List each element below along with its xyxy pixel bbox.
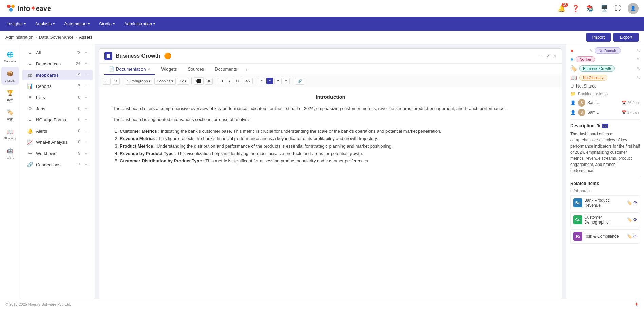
sidebar-item-tiers[interactable]: 🏆 Tiers	[1, 86, 19, 104]
customer-tag-icon[interactable]: 🏷️	[627, 217, 632, 222]
tab-widgets[interactable]: Widgets	[156, 64, 182, 75]
toolbar-italic[interactable]: I	[227, 78, 232, 84]
nav-automation-arrow: ▾	[88, 22, 90, 26]
toolbar-paragraph[interactable]: ¶ Paragraph ▾	[125, 78, 153, 85]
nav-whatif[interactable]: 📈 What-If Analysis 0 ⋯	[22, 137, 93, 148]
related-item-bank[interactable]: Ba Bank Product Revenue 🏷️ ⟳	[570, 195, 640, 210]
logo[interactable]: Info✦eave	[5, 3, 51, 14]
domain-edit-icon[interactable]: ✎	[589, 48, 593, 53]
breadcrumb-assets[interactable]: Assets	[79, 35, 92, 40]
customer-icon: Cu	[573, 215, 582, 224]
toolbar-align-left[interactable]: ≡	[258, 78, 265, 84]
toolbar-clear[interactable]: ✕	[205, 78, 213, 85]
doc-close-icon[interactable]: ✕	[553, 53, 557, 59]
intro-paragraph: The dashboard offers a comprehensive ove…	[113, 105, 548, 112]
tab-documentation[interactable]: 📄 Documentation ✕	[104, 64, 155, 75]
sidebar-item-askai[interactable]: 🤖 Ask AI	[1, 144, 19, 162]
toolbar-bold[interactable]: B	[218, 78, 225, 84]
toolbar-code[interactable]: </>	[243, 78, 253, 84]
bank-label: Bank Product Revenue	[584, 198, 625, 208]
sidebar-item-tags[interactable]: 🏷️ Tags	[1, 105, 19, 123]
import-button[interactable]: Import	[586, 33, 611, 42]
breadcrumb-admin[interactable]: Administration	[5, 35, 33, 40]
toolbar-align-justify[interactable]: ≡	[283, 78, 290, 84]
toolbar-sep3	[215, 78, 215, 84]
glossary-tag[interactable]: No Glossary	[579, 75, 607, 81]
nav-workflows[interactable]: ↪ Workflows 9 ⋯	[22, 148, 93, 159]
related-item-customer[interactable]: Cu Customer Demographic 🏷️ ⟳	[570, 212, 640, 227]
domain-tag[interactable]: No Domain	[595, 47, 621, 54]
doc-title-emoji: 🟠	[164, 52, 171, 60]
sidebar-item-assets[interactable]: 📦 Assets	[1, 67, 19, 85]
nav-ngauge[interactable]: ≡ NGauge Forms 6 ⋯	[22, 114, 93, 125]
export-button[interactable]: Export	[613, 33, 639, 42]
sidebar-item-domains[interactable]: 🌐 Domains	[1, 47, 19, 65]
help-icon[interactable]: ❓	[572, 5, 580, 12]
nav-insights[interactable]: Insights ▾	[3, 17, 31, 31]
tab-sources[interactable]: Sources	[183, 64, 209, 75]
toolbar-size[interactable]: 12 ▾	[177, 78, 189, 85]
breadcrumb-governance[interactable]: Data Governance	[39, 35, 74, 40]
doc-expand-icon[interactable]: →	[538, 53, 543, 59]
intro-heading: Introduction	[113, 94, 548, 100]
avatar[interactable]: 👤	[628, 3, 639, 14]
connections-more: ⋯	[84, 162, 89, 167]
workflows-more: ⋯	[84, 151, 89, 156]
askai-icon: 🤖	[5, 146, 15, 155]
nav-datasources[interactable]: ≡ Datasources 24 ⋯	[22, 58, 93, 69]
nav-lists[interactable]: ≡ Lists 0 ⋯	[22, 92, 93, 103]
breadcrumb-actions: Import Export	[586, 33, 639, 42]
nav-studio[interactable]: Studio ▾	[94, 17, 119, 31]
rp-divider1	[570, 119, 640, 120]
toolbar-underline[interactable]: U	[234, 78, 241, 84]
topbar: Info✦eave 🔔 38 ❓ 📚 🖥️ ⛶ 👤	[0, 0, 644, 17]
rp-glossary-row: 📖 No Glossary ✎	[570, 74, 640, 81]
bank-link-icon[interactable]: ⟳	[633, 200, 637, 205]
tags-label: Tags	[7, 117, 13, 121]
toolbar-sep1	[122, 78, 122, 84]
nav-all[interactable]: ≡ All 72 ⋯	[22, 47, 93, 58]
risk-tag-icon[interactable]: 🏷️	[627, 234, 632, 239]
expand-icon[interactable]: ⛶	[615, 5, 621, 12]
nav-jobs[interactable]: ⚙ Jobs 0 ⋯	[22, 103, 93, 114]
nav-administration[interactable]: Administration ▾	[119, 17, 160, 31]
toolbar-align-center[interactable]: ≡	[266, 78, 273, 84]
right-panel: ● ✎ No Domain ✎ ● No Tier ✎ 🏷️ Business …	[566, 44, 644, 309]
notification-icon[interactable]: 🔔 38	[558, 5, 565, 12]
nav-infoboards[interactable]: ▦ Infoboards 19 ⋯	[22, 70, 93, 80]
nav-automation[interactable]: Automation ▾	[59, 17, 94, 31]
monitor-icon[interactable]: 🖥️	[601, 5, 608, 12]
toolbar-align-right[interactable]: ≡	[274, 78, 281, 84]
nav-alerts[interactable]: 🔔 Alerts 0 ⋯	[22, 125, 93, 136]
sidebar-item-glossary[interactable]: 📖 Glossary	[1, 124, 19, 142]
library-icon[interactable]: 📚	[586, 5, 594, 12]
tier-tag-edit[interactable]: ✎	[637, 57, 640, 62]
tier-tag[interactable]: No Tier	[576, 56, 595, 62]
domain-tag-edit[interactable]: ✎	[637, 48, 640, 53]
asset-tag-edit[interactable]: ✎	[637, 66, 640, 71]
tiers-label: Tiers	[7, 98, 14, 102]
item3-text: : Understanding the distribution and per…	[154, 143, 393, 149]
toolbar-redo[interactable]: ↪	[112, 78, 120, 85]
tab-doc-close[interactable]: ✕	[147, 67, 150, 71]
list-item: Customer Metrics : Indicating the bank's…	[120, 128, 548, 135]
risk-link-icon[interactable]: ⟳	[633, 234, 637, 239]
description-edit-icon[interactable]: ✎	[596, 123, 600, 128]
toolbar-link[interactable]: 🔗	[295, 78, 304, 85]
nav-reports[interactable]: 📊 Reports 7 ⋯	[22, 81, 93, 92]
toolbar-color[interactable]	[194, 77, 204, 85]
asset-tag[interactable]: Business Growth	[579, 65, 615, 72]
user2-date: 📅 17-Jan-	[622, 110, 640, 115]
item4-bold: Revenue by Product Type	[120, 151, 174, 156]
glossary-tag-edit[interactable]: ✎	[637, 75, 640, 80]
tab-add-button[interactable]: +	[243, 64, 250, 75]
toolbar-font[interactable]: Poppins ▾	[154, 78, 176, 85]
tab-documents[interactable]: Documents	[210, 64, 242, 75]
toolbar-undo[interactable]: ↩	[103, 78, 111, 85]
doc-external-icon[interactable]: ⤢	[546, 53, 550, 59]
related-item-risk[interactable]: Ri Risk & Compliance 🏷️ ⟳	[570, 229, 640, 244]
nav-connections[interactable]: 🔗 Connections 7 ⋯	[22, 159, 93, 170]
customer-link-icon[interactable]: ⟳	[633, 217, 637, 222]
nav-analysis[interactable]: Analysis ▾	[31, 17, 59, 31]
bank-tag-icon[interactable]: 🏷️	[627, 200, 632, 205]
